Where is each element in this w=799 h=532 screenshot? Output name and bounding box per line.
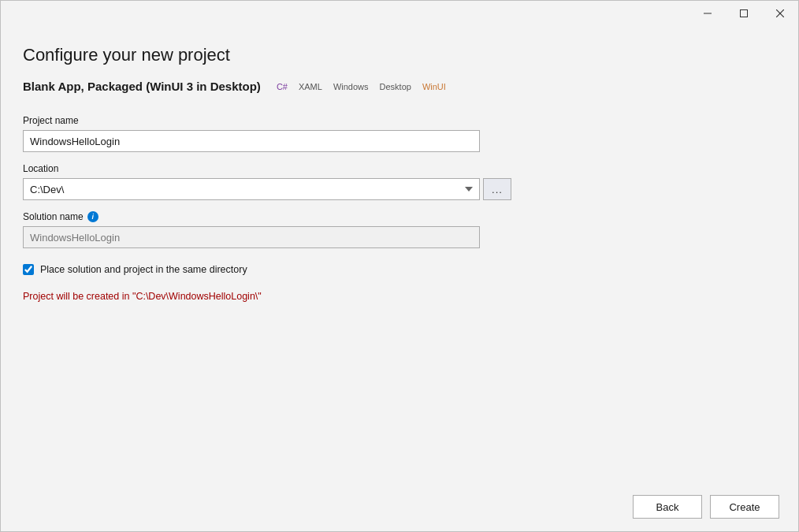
location-row: C:\Dev\ ... [23, 178, 776, 200]
title-bar [1, 1, 798, 26]
svg-rect-0 [704, 13, 712, 14]
tag-winui: WinUI [419, 81, 449, 92]
solution-name-group: Solution name i [23, 211, 776, 248]
location-label: Location [23, 163, 776, 174]
browse-button[interactable]: ... [483, 178, 511, 200]
same-directory-row: Place solution and project in the same d… [23, 264, 776, 275]
same-directory-label[interactable]: Place solution and project in the same d… [40, 264, 247, 275]
tag-xaml: XAML [295, 81, 325, 92]
project-name-group: Project name [23, 115, 776, 152]
location-select[interactable]: C:\Dev\ [23, 178, 480, 200]
project-path-info: Project will be created in "C:\Dev\Windo… [23, 291, 776, 302]
close-button[interactable] [762, 1, 798, 26]
project-name-input[interactable] [23, 130, 480, 152]
solution-name-input[interactable] [23, 226, 480, 248]
tag-desktop: Desktop [377, 81, 414, 92]
minimize-button[interactable] [689, 1, 726, 26]
solution-name-label: Solution name i [23, 211, 776, 222]
back-button[interactable]: Back [633, 495, 702, 519]
footer: Back Create [1, 485, 798, 531]
solution-name-info-icon[interactable]: i [87, 211, 98, 222]
title-bar-controls [689, 1, 798, 26]
project-name-label: Project name [23, 115, 776, 126]
project-type-name: Blank App, Packaged (WinUI 3 in Desktop) [23, 80, 261, 93]
content-area: Configure your new project Blank App, Pa… [1, 26, 798, 485]
page-title: Configure your new project [23, 45, 776, 65]
tag-cs: C# [273, 81, 291, 92]
svg-rect-1 [741, 10, 748, 17]
same-directory-checkbox[interactable] [23, 264, 34, 275]
project-subtitle-row: Blank App, Packaged (WinUI 3 in Desktop)… [23, 80, 776, 93]
create-button[interactable]: Create [710, 495, 779, 519]
location-group: Location C:\Dev\ ... [23, 163, 776, 200]
main-window: Configure your new project Blank App, Pa… [0, 0, 799, 532]
restore-button[interactable] [726, 1, 762, 26]
tag-windows: Windows [330, 81, 372, 92]
